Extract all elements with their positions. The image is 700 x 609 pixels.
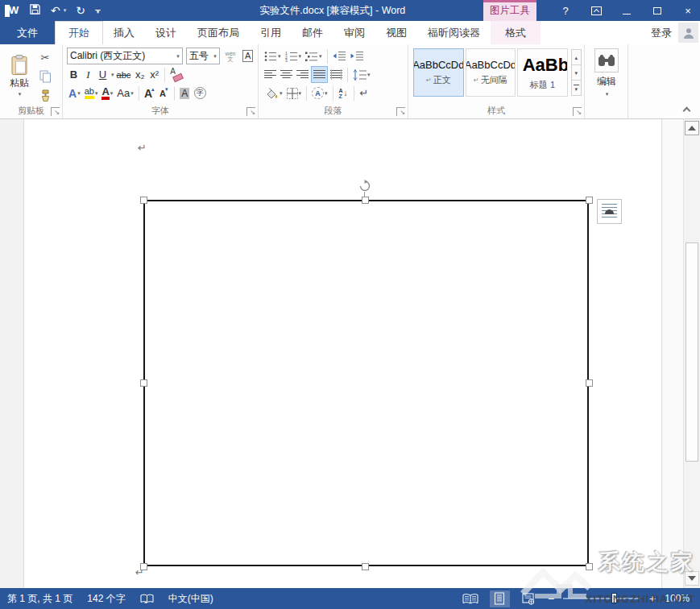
tab-foxit-reader[interactable]: 福昕阅读器 (417, 21, 491, 44)
highlight-color-button[interactable]: ab▾ (83, 85, 100, 102)
selection-handle-top-left[interactable] (140, 197, 147, 204)
tab-references[interactable]: 引用 (250, 21, 292, 44)
account-avatar[interactable] (678, 23, 698, 43)
print-layout-button[interactable] (490, 590, 510, 607)
selection-handle-bottom-right[interactable] (586, 563, 593, 570)
style-normal[interactable]: AaBbCcDd ↵正文 (413, 48, 464, 97)
scroll-up-button[interactable] (685, 121, 699, 135)
styles-more-button[interactable]: ▾ (571, 80, 582, 96)
help-button[interactable]: ? (560, 0, 571, 21)
line-spacing-button[interactable]: ▾ (351, 66, 372, 83)
tab-mailings[interactable]: 邮件 (292, 21, 333, 44)
save-button[interactable] (29, 3, 41, 18)
scroll-down-button[interactable] (685, 571, 699, 586)
align-left-button[interactable] (263, 66, 278, 83)
word-count-status[interactable]: 142 个字 (80, 588, 132, 609)
maximize-button[interactable] (652, 0, 663, 21)
font-name-select[interactable]: Calibri (西文正文) ▾ (67, 48, 183, 64)
paragraph-dialog-launcher[interactable]: ↘ (396, 107, 405, 116)
editing-dropdown[interactable]: ▾ (606, 91, 609, 97)
subscript-button[interactable]: x₂ (133, 66, 147, 83)
styles-scroll-up[interactable]: ▴ (571, 49, 582, 65)
character-border-button[interactable]: A (238, 48, 255, 64)
ribbon-display-options-button[interactable] (590, 0, 602, 21)
clear-formatting-button[interactable]: A (168, 66, 184, 83)
bold-button[interactable]: B (67, 66, 81, 83)
font-size-select[interactable]: 五号 ▾ (186, 48, 220, 64)
align-right-button[interactable] (295, 66, 310, 83)
asian-layout-button[interactable]: A ▾ (310, 85, 329, 102)
justify-button[interactable] (311, 66, 328, 83)
language-status[interactable]: 中文(中国) (161, 588, 221, 609)
zoom-in-button[interactable]: + (649, 592, 656, 605)
undo-button[interactable]: ↶ (51, 5, 60, 16)
grow-font-button[interactable]: A▴ (143, 85, 156, 102)
enclose-characters-button[interactable]: 字 (193, 85, 208, 102)
collapse-ribbon-button[interactable] (684, 106, 690, 112)
zoom-slider[interactable] (563, 598, 640, 599)
italic-button[interactable]: I (81, 66, 95, 83)
minimize-button[interactable] (621, 0, 632, 21)
align-center-button[interactable] (279, 66, 294, 83)
decrease-indent-button[interactable] (331, 48, 348, 64)
font-color-button[interactable]: A▾ (100, 85, 114, 102)
style-no-spacing[interactable]: AaBbCcDd ↵无间隔 (466, 48, 516, 97)
styles-scroll-down[interactable]: ▾ (571, 64, 582, 81)
selection-handle-top-right[interactable] (586, 197, 593, 204)
style-heading-1[interactable]: AaBb 标题 1 (517, 48, 568, 97)
underline-button[interactable]: U (96, 66, 110, 83)
zoom-level[interactable]: 100% (665, 593, 690, 604)
distribute-button[interactable] (329, 66, 344, 83)
tab-file[interactable]: 文件 (0, 21, 55, 44)
tab-insert[interactable]: 插入 (103, 21, 145, 44)
layout-options-button[interactable] (597, 199, 622, 224)
tab-page-layout[interactable]: 页面布局 (187, 21, 250, 44)
numbering-button[interactable]: 123 ▾ (284, 48, 304, 64)
bullets-button[interactable]: ▾ (263, 48, 283, 64)
borders-button[interactable]: ▾ (285, 85, 304, 102)
character-shading-button[interactable]: A (178, 85, 192, 102)
sort-button[interactable]: A Z ↓ (337, 85, 350, 102)
vertical-scrollbar[interactable] (683, 119, 700, 588)
zoom-slider-thumb[interactable] (611, 593, 617, 603)
phonetic-guide-button[interactable]: wén 文 (221, 48, 237, 64)
tab-review[interactable]: 审阅 (333, 21, 375, 44)
underline-dropdown[interactable]: ▾ (111, 72, 114, 78)
zoom-out-button[interactable]: − (548, 592, 554, 605)
paste-button[interactable]: 粘贴 ▾ (2, 47, 36, 105)
clipboard-dialog-launcher[interactable]: ↘ (51, 107, 60, 116)
selection-handle-bottom-left[interactable] (140, 563, 147, 570)
styles-dialog-launcher[interactable]: ↘ (573, 107, 582, 116)
superscript-button[interactable]: x² (147, 66, 161, 83)
sign-in-link[interactable]: 登录 (644, 21, 678, 44)
shading-button[interactable]: ▾ (263, 85, 284, 102)
increase-indent-button[interactable] (349, 48, 366, 64)
web-layout-button[interactable] (519, 590, 539, 607)
selection-handle-top-center[interactable] (362, 197, 369, 204)
selection-handle-middle-right[interactable] (586, 379, 593, 387)
strikethrough-button[interactable]: abc (115, 66, 133, 83)
tab-view[interactable]: 视图 (375, 21, 417, 44)
format-painter-button[interactable] (36, 87, 54, 105)
tab-picture-format[interactable]: 格式 (491, 21, 541, 44)
rotate-handle[interactable] (358, 180, 371, 193)
selected-picture[interactable] (143, 200, 589, 566)
scrollbar-thumb[interactable] (686, 242, 698, 462)
proofing-status[interactable] (133, 588, 161, 609)
redo-button[interactable]: ↻ (76, 5, 85, 16)
selection-handle-bottom-center[interactable] (362, 563, 369, 570)
multilevel-list-button[interactable]: ▾ (304, 48, 324, 64)
show-hide-marks-button[interactable]: ↵ (358, 85, 371, 102)
text-effects-button[interactable]: A▾ (67, 85, 82, 102)
tab-home[interactable]: 开始 (55, 21, 103, 44)
word-logo-icon[interactable]: W (5, 4, 19, 18)
page-number-status[interactable]: 第 1 页, 共 1 页 (0, 588, 80, 609)
font-dialog-launcher[interactable]: ↘ (246, 107, 255, 116)
find-button[interactable] (594, 48, 619, 72)
tab-design[interactable]: 设计 (145, 21, 187, 44)
read-mode-button[interactable] (461, 590, 481, 607)
undo-dropdown[interactable]: ▾ (64, 7, 67, 14)
change-case-button[interactable]: Aa▾ (115, 85, 135, 102)
customize-qat-button[interactable]: ▾ (95, 10, 101, 12)
shrink-font-button[interactable]: A▾ (157, 85, 171, 102)
